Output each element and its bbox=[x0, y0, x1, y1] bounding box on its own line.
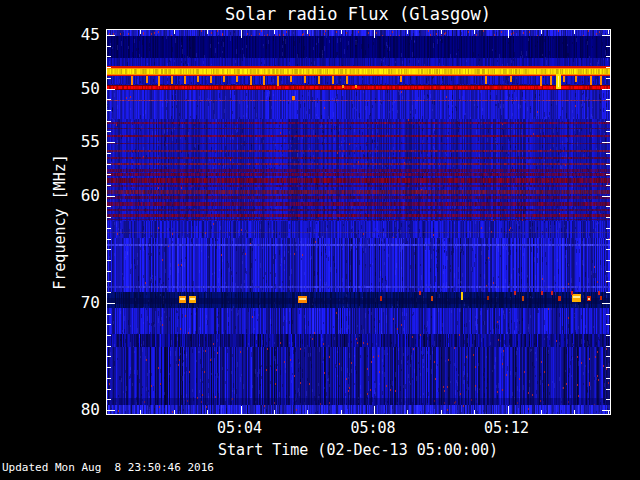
y-axis-label: Frequency [MHz] bbox=[51, 154, 69, 289]
y-tick-label: 55 bbox=[0, 132, 100, 151]
spectrogram-page: Solar radio Flux (Glasgow) Frequency [MH… bbox=[0, 0, 640, 480]
y-tick-label: 45 bbox=[0, 25, 100, 44]
plot-frame bbox=[106, 29, 611, 415]
x-tick-label: 05:04 bbox=[198, 419, 282, 437]
y-tick-label: 80 bbox=[0, 400, 100, 419]
updated-timestamp: Updated Mon Aug 8 23:50:46 2016 bbox=[2, 461, 214, 474]
y-tick-label: 70 bbox=[0, 293, 100, 312]
y-tick-label: 60 bbox=[0, 186, 100, 205]
x-tick-label: 05:08 bbox=[331, 419, 415, 437]
x-axis-label: Start Time (02-Dec-13 05:00:00) bbox=[218, 441, 498, 459]
x-tick-label: 05:12 bbox=[465, 419, 549, 437]
y-tick-label: 50 bbox=[0, 79, 100, 98]
page-title: Solar radio Flux (Glasgow) bbox=[225, 4, 491, 24]
spectrogram-heatmap bbox=[107, 30, 610, 414]
